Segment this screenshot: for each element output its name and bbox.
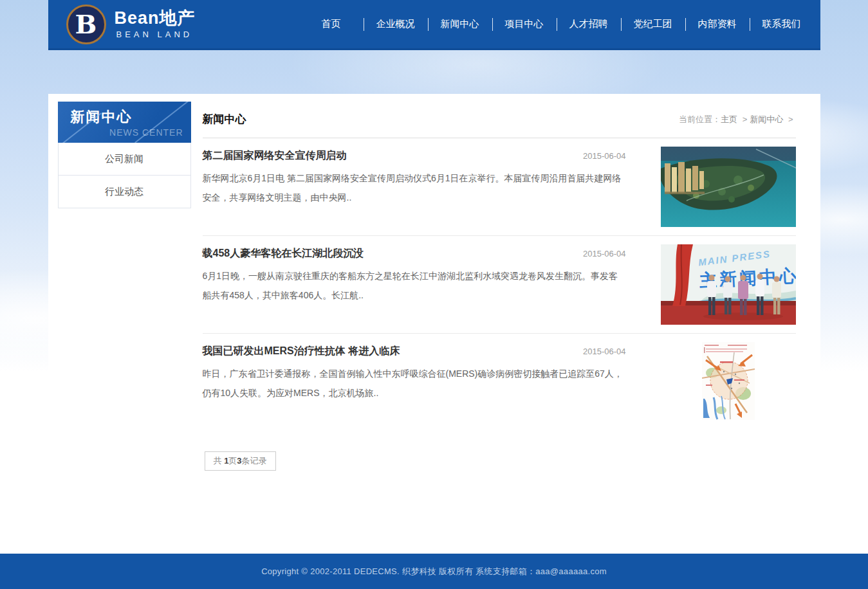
city-map-image xyxy=(702,342,755,420)
nav-link-company[interactable]: 企业概况 xyxy=(376,18,415,29)
news-text-block: 我国已研发出MERS治疗性抗体 将进入临床 2015-06-04 昨日，广东省卫… xyxy=(203,342,626,422)
news-excerpt: 6月1日晚，一艘从南京驶往重庆的客船东方之星轮在长江中游湖北监利水域突遇龙卷风发… xyxy=(203,266,626,305)
brand-name: Bean地产 xyxy=(115,9,196,28)
press-conference-image: MAIN PRESS 主新闻中心 xyxy=(661,244,796,325)
pagination-prefix: 共 xyxy=(214,456,225,466)
sidebar-subtitle: NEWS CENTER xyxy=(71,127,183,138)
sidebar-item-industry-news[interactable]: 行业动态 xyxy=(58,176,191,208)
nav-link-home[interactable]: 首页 xyxy=(322,18,341,29)
breadcrumb-prefix: 当前位置： xyxy=(679,114,721,124)
sidebar-header: 新闻中心 NEWS CENTER xyxy=(58,102,191,143)
breadcrumb-current-link[interactable]: 新闻中心 xyxy=(750,114,783,124)
news-text-block: 载458人豪华客轮在长江湖北段沉没 2015-06-04 6月1日晚，一艘从南京… xyxy=(203,244,626,325)
pagination-record-count: 3 xyxy=(237,456,241,466)
news-date: 2015-06-04 xyxy=(583,151,626,161)
sidebar: 新闻中心 NEWS CENTER 公司新闻 行业动态 xyxy=(58,102,191,208)
brand-subtitle: BEAN LAND xyxy=(115,30,196,39)
logo-letter: B xyxy=(75,12,97,37)
nav-link-projects[interactable]: 项目中心 xyxy=(505,18,544,29)
site-footer: Copyright © 2002-2011 DEDECMS. 织梦科技 版权所有… xyxy=(0,554,868,589)
main-container: 新闻中心 NEWS CENTER 公司新闻 行业动态 新闻中心 当前位置：主页 … xyxy=(48,94,820,544)
news-title-link[interactable]: 第二届国家网络安全宣传周启动 xyxy=(203,149,347,163)
nav-item-company[interactable]: 企业概况 xyxy=(364,18,428,30)
aerial-development-image xyxy=(661,147,796,227)
breadcrumb-separator: > xyxy=(788,114,793,124)
sidebar-item-company-news[interactable]: 公司新闻 xyxy=(58,143,191,176)
pagination-record-label: 条记录 xyxy=(242,456,267,466)
breadcrumb: 当前位置：主页 >新闻中心 > xyxy=(679,114,795,125)
news-item: 第二届国家网络安全宣传周启动 2015-06-04 新华网北京6月1日电 第二届… xyxy=(203,138,796,236)
site-logo[interactable]: B Bean地产 BEAN LAND xyxy=(48,5,196,44)
brand-text: Bean地产 BEAN LAND xyxy=(115,9,196,40)
news-title-link[interactable]: 载458人豪华客轮在长江湖北段沉没 xyxy=(203,247,364,260)
news-item: 载458人豪华客轮在长江湖北段沉没 2015-06-04 6月1日晚，一艘从南京… xyxy=(203,236,796,334)
news-text-block: 第二届国家网络安全宣传周启动 2015-06-04 新华网北京6月1日电 第二届… xyxy=(203,147,626,227)
pagination-summary: 共 1页3条记录 xyxy=(205,451,276,471)
news-title-link[interactable]: 我国已研发出MERS治疗性抗体 将进入临床 xyxy=(203,345,400,358)
news-date: 2015-06-04 xyxy=(583,347,626,356)
nav-item-internal[interactable]: 内部资料 xyxy=(685,18,750,30)
breadcrumb-home-link[interactable]: 主页 xyxy=(721,114,737,124)
logo-circle-icon: B xyxy=(66,5,106,44)
nav-link-party[interactable]: 党纪工团 xyxy=(634,18,672,29)
page-title: 新闻中心 xyxy=(203,112,246,127)
site-header: B Bean地产 BEAN LAND 首页 企业概况 新闻中心 项目中心 人才招… xyxy=(48,0,820,50)
copyright-text: Copyright © 2002-2011 DEDECMS. 织梦科技 版权所有… xyxy=(261,566,607,577)
nav-item-recruit[interactable]: 人才招聘 xyxy=(557,18,621,30)
nav-link-news[interactable]: 新闻中心 xyxy=(441,18,479,29)
news-excerpt: 新华网北京6月1日电 第二届国家网络安全宣传周启动仪式6月1日在京举行。本届宣传… xyxy=(203,168,626,207)
nav-item-party[interactable]: 党纪工团 xyxy=(621,18,685,30)
nav-item-news[interactable]: 新闻中心 xyxy=(428,18,492,30)
news-date: 2015-06-04 xyxy=(583,249,626,258)
nav-item-contact[interactable]: 联系我们 xyxy=(750,18,814,30)
pagination-page-label: 页 xyxy=(228,456,237,466)
news-excerpt: 昨日，广东省卫计委通报称，全国首例输入性中东呼吸综合征(MERS)确诊病例密切接… xyxy=(203,364,626,403)
sidebar-menu: 公司新闻 行业动态 xyxy=(58,143,191,208)
news-thumbnail-city-map[interactable] xyxy=(661,342,796,422)
nav-item-home[interactable]: 首页 xyxy=(299,18,364,30)
news-thumbnail-press-conference[interactable]: MAIN PRESS 主新闻中心 xyxy=(661,244,796,325)
nav-link-contact[interactable]: 联系我们 xyxy=(762,18,801,29)
news-item: 我国已研发出MERS治疗性抗体 将进入临床 2015-06-04 昨日，广东省卫… xyxy=(203,334,796,431)
nav-link-recruit[interactable]: 人才招聘 xyxy=(569,18,608,29)
nav-link-internal[interactable]: 内部资料 xyxy=(698,18,737,29)
news-thumbnail-aerial-rendering[interactable] xyxy=(661,147,796,227)
nav-item-projects[interactable]: 项目中心 xyxy=(492,18,557,30)
news-content: 新闻中心 当前位置：主页 >新闻中心 > 第二届国家网络安全宣传周启动 2015… xyxy=(203,102,796,471)
breadcrumb-separator: > xyxy=(743,114,748,124)
content-header: 新闻中心 当前位置：主页 >新闻中心 > xyxy=(203,102,796,138)
main-nav: 首页 企业概况 新闻中心 项目中心 人才招聘 党纪工团 内部资料 联系我们 xyxy=(299,18,814,30)
